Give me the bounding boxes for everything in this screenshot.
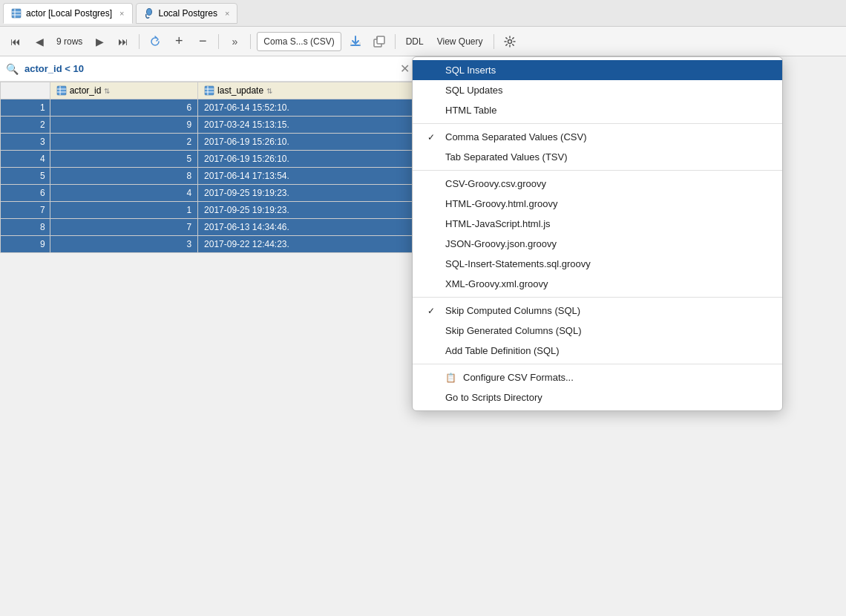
delete-row-button[interactable]: − xyxy=(191,31,214,52)
row-number: 8 xyxy=(1,219,50,236)
menu-item-configure-csv[interactable]: 📋Configure CSV Formats... xyxy=(413,367,782,387)
add-row-button[interactable]: + xyxy=(168,31,190,52)
menu-item-icon: 📋 xyxy=(445,373,457,383)
export-button[interactable] xyxy=(344,31,367,52)
svg-rect-7 xyxy=(377,36,384,44)
table-row[interactable]: 582017-06-14 17:13:54. xyxy=(1,168,416,185)
menu-item-label: Skip Generated Columns (SQL) xyxy=(445,325,582,336)
tab-local-postgres[interactable]: Local Postgres × xyxy=(136,3,238,24)
sort-indicator-2: ⇅ xyxy=(266,87,272,95)
menu-item-csv-groovy[interactable]: CSV-Groovy.csv.groovy xyxy=(413,174,782,194)
menu-item-label: XML-Groovy.xml.groovy xyxy=(445,278,548,289)
menu-item-tsv[interactable]: Tab Separated Values (TSV) xyxy=(413,147,782,167)
table-icon xyxy=(11,8,22,19)
cell-actor-id: 3 xyxy=(50,236,197,253)
menu-item-csv[interactable]: ✓Comma Separated Values (CSV) xyxy=(413,127,782,147)
separator-1 xyxy=(139,34,140,49)
table-row[interactable]: 932017-09-22 12:44:23. xyxy=(1,236,416,253)
dropdown-menu[interactable]: SQL InsertsSQL UpdatesHTML Table✓Comma S… xyxy=(412,56,783,411)
menu-item-label: CSV-Groovy.csv.groovy xyxy=(445,178,546,189)
svg-rect-14 xyxy=(205,86,214,95)
menu-item-label: JSON-Groovy.json.groovy xyxy=(445,238,557,249)
menu-item-add-table-def[interactable]: Add Table Definition (SQL) xyxy=(413,341,782,361)
table-row[interactable]: 872017-06-13 14:34:46. xyxy=(1,219,416,236)
menu-item-skip-computed[interactable]: ✓Skip Computed Columns (SQL) xyxy=(413,301,782,321)
menu-item-xml-groovy[interactable]: XML-Groovy.xml.groovy xyxy=(413,274,782,294)
row-number: 3 xyxy=(1,134,50,151)
cell-actor-id: 8 xyxy=(50,168,197,185)
menu-item-label: HTML-JavaScript.html.js xyxy=(445,218,551,229)
menu-item-skip-generated[interactable]: Skip Generated Columns (SQL) xyxy=(413,321,782,341)
cell-actor-id: 2 xyxy=(50,134,197,151)
more-button[interactable]: » xyxy=(223,31,246,52)
cell-actor-id: 6 xyxy=(50,99,197,117)
table-col-icon xyxy=(204,85,214,96)
menu-item-label: Comma Separated Values (CSV) xyxy=(445,131,587,142)
menu-separator xyxy=(413,123,782,124)
sort-indicator: ⇅ xyxy=(104,87,110,95)
export-icon xyxy=(349,35,362,48)
filter-close-button[interactable]: ✕ xyxy=(400,62,410,76)
search-icon: 🔍 xyxy=(6,63,19,75)
menu-item-label: Go to Scripts Directory xyxy=(445,392,542,403)
next-page-button[interactable]: ▶ xyxy=(88,31,111,52)
menu-item-html-groovy[interactable]: HTML-Groovy.html.groovy xyxy=(413,194,782,214)
refresh-button[interactable] xyxy=(144,31,166,52)
view-query-button[interactable]: View Query xyxy=(431,32,489,51)
first-page-button[interactable]: ⏮ xyxy=(4,31,27,52)
gear-icon xyxy=(504,36,516,47)
tab-actor-label: actor [Local Postgres] xyxy=(26,8,112,19)
menu-item-sql-insert-groovy[interactable]: SQL-Insert-Statements.sql.groovy xyxy=(413,254,782,274)
menu-item-go-to-scripts[interactable]: Go to Scripts Directory xyxy=(413,387,782,407)
table-container[interactable]: actor_id ⇅ xyxy=(0,82,416,616)
table-row[interactable]: 642017-09-25 19:19:23. xyxy=(1,185,416,202)
cell-last-update: 2017-06-13 14:34:46. xyxy=(198,219,416,236)
copy-icon xyxy=(373,35,386,48)
cell-last-update: 2017-06-19 15:26:10. xyxy=(198,151,416,168)
prev-page-button[interactable]: ◀ xyxy=(28,31,50,52)
settings-button[interactable] xyxy=(499,31,521,52)
table-row[interactable]: 712017-09-25 19:19:23. xyxy=(1,202,416,219)
menu-item-label: Tab Separated Values (TSV) xyxy=(445,151,568,163)
svg-point-5 xyxy=(147,9,151,15)
svg-point-9 xyxy=(508,39,511,43)
menu-item-json-groovy[interactable]: JSON-Groovy.json.groovy xyxy=(413,234,782,254)
row-number: 5 xyxy=(1,168,50,185)
tab-actor[interactable]: actor [Local Postgres] × xyxy=(3,3,133,24)
menu-item-sql-inserts[interactable]: SQL Inserts xyxy=(413,60,782,80)
cell-actor-id: 9 xyxy=(50,117,197,134)
menu-item-html-js[interactable]: HTML-JavaScript.html.js xyxy=(413,214,782,234)
table-row[interactable]: 292017-03-24 15:13:15. xyxy=(1,117,416,134)
ddl-button[interactable]: DDL xyxy=(400,32,430,51)
col-last-update-label: last_update xyxy=(217,85,263,96)
copy-button[interactable] xyxy=(368,31,390,52)
separator-4 xyxy=(395,34,396,49)
menu-separator xyxy=(413,364,782,364)
table-row[interactable]: 162017-06-14 15:52:10. xyxy=(1,99,416,117)
tab-actor-close[interactable]: × xyxy=(119,9,124,18)
tab-local-postgres-close[interactable]: × xyxy=(225,9,229,18)
menu-item-label: HTML Table xyxy=(445,105,496,116)
cell-last-update: 2017-06-14 17:13:54. xyxy=(198,168,416,185)
last-page-button[interactable]: ⏭ xyxy=(112,31,134,52)
menu-item-label: SQL-Insert-Statements.sql.groovy xyxy=(445,258,591,269)
row-number: 7 xyxy=(1,202,50,219)
rows-count: 9 rows xyxy=(52,36,87,47)
row-number: 2 xyxy=(1,117,50,134)
key-icon xyxy=(56,85,67,96)
menu-check: ✓ xyxy=(427,306,439,316)
format-selector[interactable]: Coma S...s (CSV) xyxy=(257,32,341,51)
separator-2 xyxy=(218,34,219,49)
cell-actor-id: 1 xyxy=(50,202,197,219)
pg-icon xyxy=(144,8,154,19)
cell-last-update: 2017-09-22 12:44:23. xyxy=(198,236,416,253)
menu-item-label: SQL Inserts xyxy=(445,65,496,76)
menu-item-sql-updates[interactable]: SQL Updates xyxy=(413,80,782,100)
menu-item-html-table[interactable]: HTML Table xyxy=(413,100,782,120)
menu-check: ✓ xyxy=(427,132,439,142)
cell-last-update: 2017-06-14 15:52:10. xyxy=(198,99,416,117)
table-row[interactable]: 322017-06-19 15:26:10. xyxy=(1,134,416,151)
table-row[interactable]: 452017-06-19 15:26:10. xyxy=(1,151,416,168)
menu-item-label: SQL Updates xyxy=(445,85,503,96)
toolbar: ⏮ ◀ 9 rows ▶ ⏭ + − » Coma S...s (CSV) DD… xyxy=(0,27,846,56)
